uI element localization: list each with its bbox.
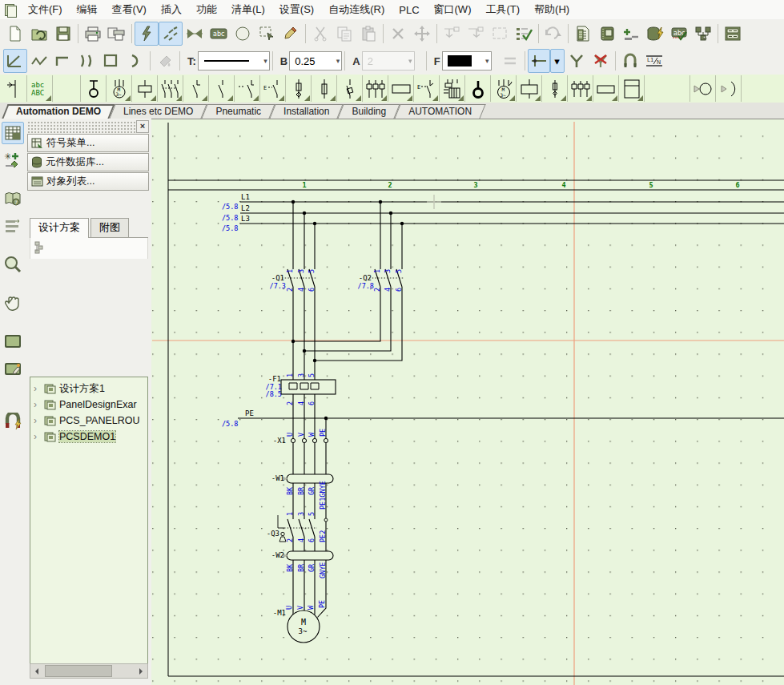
move-icon[interactable] <box>410 22 434 46</box>
sym-fuse-indicator-icon[interactable] <box>542 75 568 102</box>
sym-disconnector-fuse-icon[interactable] <box>286 75 312 102</box>
expander-icon[interactable]: › <box>34 399 42 410</box>
lines-tool-icon[interactable] <box>159 22 183 46</box>
no-junction-icon[interactable] <box>589 49 613 73</box>
sym-e-limit-contact-icon[interactable]: E <box>414 75 440 102</box>
sym-limit-switch-icon[interactable] <box>235 75 260 102</box>
sym-rotate-arc-icon[interactable] <box>716 75 742 102</box>
delete-icon[interactable] <box>386 22 410 46</box>
undo-icon[interactable] <box>541 22 565 46</box>
arc-tool-icon[interactable] <box>123 49 147 73</box>
panel-router-icon[interactable] <box>721 22 745 46</box>
menu-help[interactable]: 帮助(H) <box>527 0 577 19</box>
database-book-icon[interactable] <box>595 22 619 46</box>
sym-switch-fuse-icon[interactable] <box>337 75 363 102</box>
menu-settings[interactable]: 设置(S) <box>272 0 321 19</box>
edit-pencil-icon[interactable] <box>279 22 303 46</box>
component-database-button[interactable]: 元件数据库... <box>27 153 149 171</box>
menu-lists[interactable]: 清单(L) <box>224 0 272 19</box>
linewidth-dropdown[interactable]: 0.25▾ <box>289 51 342 71</box>
paste-icon[interactable] <box>356 22 380 46</box>
tab-pneumatic[interactable]: Pneumatic <box>204 104 272 119</box>
quick-start-icon[interactable] <box>135 22 159 46</box>
sym-coil-icon[interactable] <box>132 75 158 102</box>
area-select-icon[interactable] <box>255 22 279 46</box>
panel-drag-handle[interactable]: × <box>26 120 150 133</box>
sym-contact-no-icon[interactable] <box>209 75 235 102</box>
scrollbar-thumb[interactable] <box>45 665 112 677</box>
tab-installation[interactable]: Installation <box>272 104 340 119</box>
add-remove-icon[interactable] <box>619 22 643 46</box>
rectangle-tool-icon[interactable] <box>99 49 123 73</box>
junction-wye-icon[interactable] <box>565 49 589 73</box>
object-list-button[interactable]: 对象列表... <box>27 172 149 191</box>
object-list-tool-icon[interactable] <box>2 215 24 237</box>
sym-terminal-block-icon[interactable] <box>619 75 645 102</box>
menu-insert[interactable]: 插入 <box>154 0 189 19</box>
screen-edit-icon[interactable] <box>2 357 24 380</box>
cut-icon[interactable] <box>308 22 332 46</box>
auto-router-magnet-icon[interactable] <box>2 410 24 433</box>
cable-clip-icon[interactable] <box>618 49 642 73</box>
tab-design-projects[interactable]: 设计方案 <box>30 218 89 238</box>
transfer-prev-icon[interactable] <box>440 22 464 46</box>
sym-component-box-icon[interactable] <box>388 75 414 102</box>
linetype-dropdown[interactable]: ▾ <box>198 51 270 71</box>
project-structure-icon[interactable] <box>34 241 46 256</box>
expander-icon[interactable]: › <box>34 415 42 426</box>
color-dropdown[interactable]: ▾ <box>442 51 492 71</box>
menu-tools[interactable]: 工具(T) <box>478 0 527 19</box>
sym-relay-box-icon[interactable] <box>517 75 542 102</box>
tab-building[interactable]: Building <box>340 104 397 119</box>
help-book-icon[interactable]: ? <box>2 187 24 210</box>
save-icon[interactable] <box>51 22 75 46</box>
open-project-icon[interactable] <box>27 22 51 46</box>
sym-text-abc-icon[interactable]: abcABC <box>27 75 53 102</box>
sym-wire-tap-icon[interactable] <box>2 75 27 102</box>
line-zigzag-tool-icon[interactable] <box>27 49 51 73</box>
sym-motor-icon[interactable]: M3~ <box>107 75 132 102</box>
tab-lines-etc-demo[interactable]: Lines etc DEMO <box>112 104 204 119</box>
tab-automation[interactable]: AUTOMATION <box>397 104 483 119</box>
sym-thermal-overload-2-icon[interactable] <box>568 75 593 102</box>
reference-grid-icon[interactable] <box>2 122 24 144</box>
sym-motor-3ph-icon[interactable]: M3~ <box>491 75 517 102</box>
scroll-left-icon[interactable] <box>30 665 42 677</box>
junction-tee-icon[interactable] <box>528 49 550 73</box>
symbol-snap-icon[interactable]: ✳ <box>2 149 24 171</box>
sym-device-box-icon[interactable] <box>593 75 619 102</box>
new-document-icon[interactable] <box>3 22 27 46</box>
line-angled-tool-icon[interactable] <box>3 49 27 73</box>
menu-window[interactable]: 窗口(W) <box>427 0 479 19</box>
pan-hand-icon[interactable] <box>2 292 24 314</box>
object-check-list-icon[interactable] <box>512 22 536 46</box>
database-update-icon[interactable] <box>643 22 667 46</box>
menu-file[interactable]: 文件(F) <box>21 0 70 19</box>
panel-close-button[interactable]: × <box>136 120 149 133</box>
sym-3pole-contact-icon[interactable] <box>158 75 183 102</box>
sym-signal-ref-bold-icon[interactable] <box>465 75 491 102</box>
junction-dropdown-icon[interactable]: ▾ <box>550 49 565 73</box>
text-tool-icon[interactable]: abc <box>207 22 231 46</box>
tree-item-design1[interactable]: › 设计方案1 <box>30 381 147 397</box>
sym-fuse-icon[interactable] <box>312 75 337 102</box>
menu-functions[interactable]: 功能 <box>189 0 224 19</box>
scroll-right-icon[interactable] <box>135 665 147 677</box>
fill-bucket-icon[interactable] <box>153 49 177 73</box>
page-frame-icon[interactable] <box>488 22 512 46</box>
sym-thermal-overload-icon[interactable] <box>363 75 388 102</box>
menu-view[interactable]: 查看(V) <box>105 0 154 19</box>
spellcheck-icon[interactable]: abc <box>667 22 691 46</box>
expander-icon[interactable]: › <box>34 431 42 442</box>
symbol-menu-button[interactable]: 符号菜单... <box>27 134 149 152</box>
zoom-tool-icon[interactable] <box>2 253 24 276</box>
sym-e-contact-icon[interactable]: E <box>260 75 286 102</box>
schematic-canvas[interactable]: 1 2 3 4 5 6 L1 L2 L3 /5.8 <box>151 119 784 685</box>
circle-tool-icon[interactable] <box>231 22 255 46</box>
sym-plc-block-icon[interactable] <box>440 75 465 102</box>
print-icon[interactable] <box>81 22 105 46</box>
line-corner-tool-icon[interactable] <box>51 49 75 73</box>
menu-autorouting[interactable]: 自动连线(R) <box>321 0 392 19</box>
sym-rotate-circle-icon[interactable] <box>690 75 716 102</box>
sym-contact-nc-icon[interactable] <box>183 75 209 102</box>
